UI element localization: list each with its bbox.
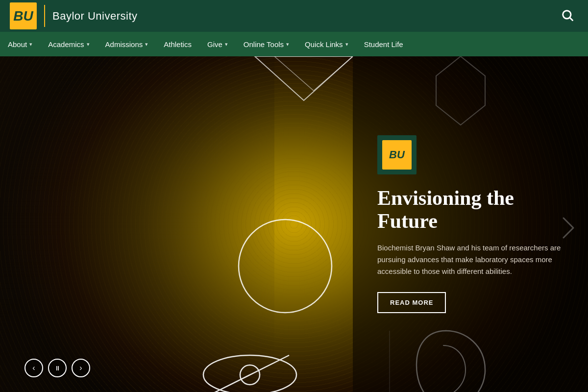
search-button[interactable] bbox=[557, 4, 578, 27]
chevron-right-icon: › bbox=[79, 364, 82, 372]
hero-section: BU Envisioning the Future Biochemist Bry… bbox=[0, 56, 588, 392]
hero-title: Envisioning the Future bbox=[377, 187, 564, 232]
chevron-down-icon: ▾ bbox=[29, 41, 32, 48]
university-name: Baylor University bbox=[52, 10, 138, 23]
chevron-down-icon: ▾ bbox=[345, 41, 348, 48]
hero-bu-badge: BU bbox=[377, 135, 416, 174]
pause-icon: ⏸ bbox=[54, 365, 61, 372]
nav-item-give[interactable]: Give ▾ bbox=[199, 32, 236, 56]
hero-content-panel: BU Envisioning the Future Biochemist Bry… bbox=[353, 56, 588, 392]
slider-prev-button[interactable]: ‹ bbox=[24, 359, 43, 377]
nav-item-about[interactable]: About ▾ bbox=[0, 32, 40, 56]
nav-item-admissions[interactable]: Admissions ▾ bbox=[98, 32, 156, 56]
logo-divider bbox=[44, 5, 45, 27]
nav-item-academics[interactable]: Academics ▾ bbox=[40, 32, 97, 56]
search-icon bbox=[561, 8, 574, 22]
main-nav: About ▾ Academics ▾ Admissions ▾ Athleti… bbox=[0, 32, 588, 56]
hero-bu-logo: BU bbox=[382, 140, 412, 170]
logo-area: BU Baylor University bbox=[10, 2, 138, 29]
site-header: BU Baylor University bbox=[0, 0, 588, 32]
nav-item-student-life[interactable]: Student Life bbox=[356, 32, 411, 56]
nav-item-online-tools[interactable]: Online Tools ▾ bbox=[236, 32, 297, 56]
chevron-down-icon: ▾ bbox=[145, 41, 148, 48]
slider-controls: ‹ ⏸ › bbox=[24, 359, 90, 377]
read-more-button[interactable]: READ MORE bbox=[377, 292, 446, 313]
chevron-left-icon: ‹ bbox=[32, 364, 35, 372]
nav-item-quick-links[interactable]: Quick Links ▾ bbox=[297, 32, 356, 56]
chevron-down-icon: ▾ bbox=[225, 41, 228, 48]
nav-item-athletics[interactable]: Athletics bbox=[156, 32, 199, 56]
slider-next-button[interactable]: › bbox=[72, 359, 90, 377]
chevron-down-icon: ▾ bbox=[286, 41, 289, 48]
slider-pause-button[interactable]: ⏸ bbox=[48, 359, 67, 377]
svg-line-1 bbox=[570, 18, 572, 20]
chevron-down-icon: ▾ bbox=[87, 41, 90, 48]
hero-description: Biochemist Bryan Shaw and his team of re… bbox=[377, 242, 564, 277]
bu-logo-badge: BU bbox=[10, 2, 37, 29]
person-photo-overlay bbox=[0, 56, 274, 392]
